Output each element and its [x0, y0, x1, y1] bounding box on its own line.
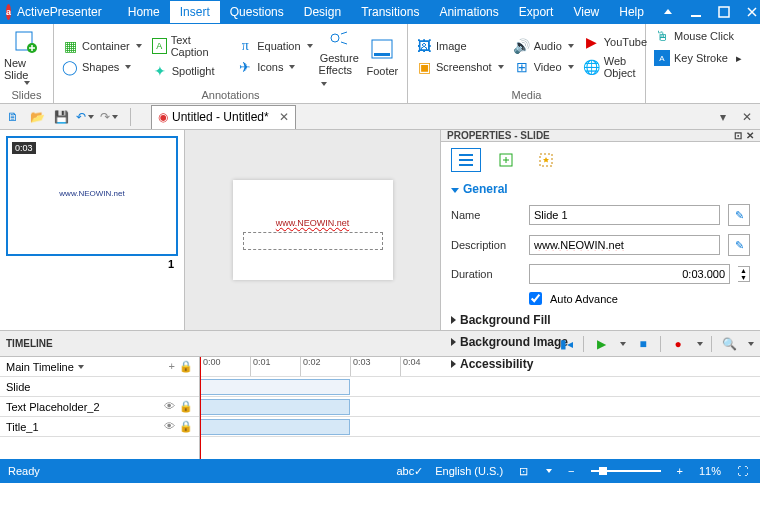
main-menu: Home Insert Questions Design Transitions… — [118, 1, 654, 23]
menu-insert[interactable]: Insert — [170, 1, 220, 23]
audio-button[interactable]: 🔊Audio — [510, 36, 578, 56]
screenshot-button[interactable]: ▣Screenshot — [412, 57, 508, 77]
canvas-title-text[interactable]: www.NEOWIN.net — [253, 218, 373, 228]
duration-down-stepper[interactable]: ▼ — [738, 274, 749, 281]
save-icon[interactable]: 💾 — [52, 108, 70, 126]
edit-description-button[interactable]: ✎ — [728, 234, 750, 256]
visibility-icon[interactable]: 👁 — [164, 420, 175, 433]
document-tab[interactable]: ◉ Untitled - Untitled* ✕ — [151, 105, 296, 129]
track-bar-title[interactable] — [200, 417, 760, 437]
duration-label: Duration — [451, 268, 521, 280]
properties-tab-effects[interactable] — [531, 148, 561, 172]
maximize-button[interactable] — [710, 0, 738, 24]
name-input[interactable] — [529, 205, 720, 225]
edit-name-button[interactable]: ✎ — [728, 204, 750, 226]
timeline-main-row[interactable]: Main Timeline +🔒 — [0, 357, 199, 377]
spotlight-button[interactable]: ✦Spotlight — [148, 61, 231, 81]
youtube-button[interactable]: ▶YouTube — [580, 32, 651, 52]
play-button[interactable]: ▶ — [592, 335, 610, 353]
minimize-button[interactable] — [682, 0, 710, 24]
menu-home[interactable]: Home — [118, 1, 170, 23]
new-slide-icon — [13, 29, 39, 55]
gesture-effects-icon — [326, 26, 352, 50]
add-timeline-icon[interactable]: + — [169, 360, 175, 373]
auto-advance-checkbox[interactable] — [529, 292, 542, 305]
chevron-right-icon[interactable]: ▸ — [736, 52, 742, 65]
svg-rect-1 — [719, 7, 729, 17]
open-file-icon[interactable]: 📂 — [28, 108, 46, 126]
mouse-click-icon: 🖱 — [654, 28, 670, 44]
gesture-effects-button[interactable]: Gesture Effects — [319, 28, 360, 86]
zoom-dropdown[interactable] — [748, 342, 754, 346]
menu-transitions[interactable]: Transitions — [351, 1, 429, 23]
spellcheck-icon[interactable]: abc✓ — [396, 465, 423, 478]
fit-view-icon[interactable]: ⊡ — [515, 465, 532, 478]
lock-icon[interactable]: 🔒 — [179, 420, 193, 433]
track-bar-slide[interactable] — [200, 377, 760, 397]
mouse-click-button[interactable]: 🖱Mouse Click — [650, 26, 738, 46]
zoom-timeline-button[interactable]: 🔍 — [720, 335, 738, 353]
menu-animations[interactable]: Animations — [429, 1, 508, 23]
menu-questions[interactable]: Questions — [220, 1, 294, 23]
menu-design[interactable]: Design — [294, 1, 351, 23]
text-placeholder[interactable] — [243, 232, 383, 250]
menu-help[interactable]: Help — [609, 1, 654, 23]
lock-icon[interactable]: 🔒 — [179, 360, 193, 373]
track-title[interactable]: Title_1👁🔒 — [0, 417, 199, 437]
panel-pin-icon[interactable]: ▾ — [714, 108, 732, 126]
shapes-button[interactable]: ◯Shapes — [58, 57, 146, 77]
slide-thumbnail[interactable]: 0:03 www.NEOWIN.net — [6, 136, 178, 256]
zoom-slider[interactable] — [591, 470, 661, 472]
undo-button[interactable]: ↶ — [76, 108, 94, 126]
description-input[interactable] — [529, 235, 720, 255]
track-slide[interactable]: Slide — [0, 377, 199, 397]
track-bar-placeholder[interactable] — [200, 397, 760, 417]
record-dropdown[interactable] — [697, 342, 703, 346]
image-button[interactable]: 🖼Image — [412, 36, 508, 56]
panel-close-icon[interactable]: ✕ — [738, 108, 756, 126]
text-caption-button[interactable]: AText Caption — [148, 32, 231, 60]
section-background-fill[interactable]: Background Fill — [441, 309, 760, 331]
window-buttons — [654, 0, 760, 24]
footer-button[interactable]: Footer — [362, 28, 403, 86]
view-mode-dropdown[interactable] — [546, 469, 552, 473]
skip-start-button[interactable]: ▮◂ — [557, 335, 575, 353]
icons-button[interactable]: ✈Icons — [233, 57, 316, 77]
slide-canvas[interactable]: www.NEOWIN.net — [233, 180, 393, 280]
panel-undock-icon[interactable]: ⊡ — [734, 130, 742, 141]
visibility-icon[interactable]: 👁 — [164, 400, 175, 413]
menu-view[interactable]: View — [563, 1, 609, 23]
close-button[interactable] — [738, 0, 760, 24]
menu-export[interactable]: Export — [509, 1, 564, 23]
status-language[interactable]: English (U.S.) — [435, 465, 503, 477]
playhead[interactable] — [200, 357, 201, 459]
panel-close-icon[interactable]: ✕ — [746, 130, 754, 141]
track-text-placeholder[interactable]: Text Placeholder_2👁🔒 — [0, 397, 199, 417]
key-stroke-button[interactable]: AKey Stroke▸ — [650, 48, 746, 68]
zoom-out-button[interactable]: − — [564, 465, 578, 477]
play-dropdown[interactable] — [620, 342, 626, 346]
record-button[interactable]: ● — [669, 335, 687, 353]
video-button[interactable]: ⊞Video — [510, 57, 578, 77]
duration-up-stepper[interactable]: ▲ — [738, 267, 749, 274]
equation-button[interactable]: πEquation — [233, 36, 316, 56]
duration-input[interactable] — [529, 264, 730, 284]
chevron-down-icon — [24, 81, 30, 85]
new-file-icon[interactable]: 🗎 — [4, 108, 22, 126]
fit-to-window-icon[interactable]: ⛶ — [733, 465, 752, 477]
stop-button[interactable]: ■ — [634, 335, 652, 353]
lock-icon[interactable]: 🔒 — [179, 400, 193, 413]
zoom-level[interactable]: 11% — [699, 465, 721, 477]
properties-tab-general[interactable] — [451, 148, 481, 172]
redo-button[interactable]: ↷ — [100, 108, 118, 126]
close-tab-icon[interactable]: ✕ — [279, 110, 289, 124]
zoom-in-button[interactable]: + — [673, 465, 687, 477]
section-general[interactable]: General — [441, 178, 760, 200]
ribbon-collapse-icon[interactable] — [654, 0, 682, 24]
properties-tab-size[interactable] — [491, 148, 521, 172]
new-slide-button[interactable]: New Slide — [4, 28, 48, 86]
timeline-ruler[interactable]: 0:00 0:01 0:02 0:03 0:04 — [200, 357, 760, 377]
container-button[interactable]: ▦Container — [58, 36, 146, 56]
ribbon: New Slide Slides ▦Container ◯Shapes ATex… — [0, 24, 760, 104]
web-object-button[interactable]: 🌐Web Object — [580, 53, 651, 81]
